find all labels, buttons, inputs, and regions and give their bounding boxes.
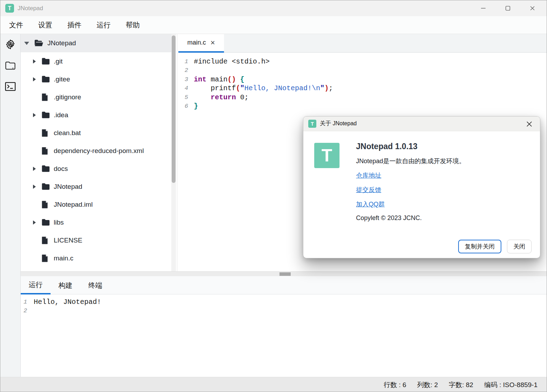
menu-item-file[interactable]: 文件 xyxy=(9,20,23,30)
activity-bar xyxy=(0,34,21,377)
tree-item-docs[interactable]: docs xyxy=(21,160,171,178)
tree-scrollbar-thumb[interactable] xyxy=(172,35,176,183)
caret-right-icon xyxy=(33,113,41,117)
dialog-heading: JNotepad 1.0.13 xyxy=(356,142,465,151)
code-text: printf("Hello, JNotepad!\n"); xyxy=(194,84,333,93)
tree-item-label: .idea xyxy=(54,111,68,119)
settings-button[interactable] xyxy=(5,39,16,50)
run-output-area[interactable]: 1Hello, JNotepad!2 xyxy=(21,294,547,315)
folder-open-icon xyxy=(34,39,44,47)
tree-item-idea[interactable]: .idea xyxy=(21,106,171,124)
dialog-button-close[interactable]: 关闭 xyxy=(507,240,532,253)
caret-right-icon xyxy=(33,220,41,225)
tree-item-label: clean.bat xyxy=(54,129,81,137)
tree-item-gitignore[interactable]: .gitignore xyxy=(21,88,171,106)
tree-item-gitee[interactable]: .gitee xyxy=(21,70,171,88)
output-text: Hello, JNotepad! xyxy=(34,298,101,306)
tree-item-clean-bat[interactable]: clean.bat xyxy=(21,124,171,142)
bottom-panel: 运行构建终端 1Hello, JNotepad!2 xyxy=(21,276,547,377)
output-line-number: 2 xyxy=(21,306,28,315)
folder-icon xyxy=(41,183,52,190)
tree-item-jnotepad[interactable]: JNotepad xyxy=(21,178,171,195)
horizontal-scrollbar-thumb[interactable] xyxy=(279,272,291,276)
dialog-content: JNotepad 1.0.13 JNotepad是一款自由的集成开发环境。 仓库… xyxy=(356,142,465,222)
dialog-link-join-qq-group[interactable]: 加入QQ群 xyxy=(356,200,465,208)
tree-item-dependency-reduced-pom-xml[interactable]: dependency-reduced-pom.xml xyxy=(21,142,171,160)
maximize-button[interactable] xyxy=(495,0,520,16)
status-encoding: 编码 : ISO-8859-1 xyxy=(484,380,538,390)
tree-item-license[interactable]: LICENSE xyxy=(21,231,171,249)
terminal-icon xyxy=(5,82,16,91)
jnotepad-window: { "colors": { "accent": "#1774d4", "bran… xyxy=(0,0,547,392)
tree-editor-divider[interactable] xyxy=(177,34,177,271)
tree-item-git[interactable]: .git xyxy=(21,52,171,70)
file-tree: JNotepad .git.gitee.gitignore.ideaclean.… xyxy=(21,34,171,271)
tree-item-label: .git xyxy=(54,58,62,65)
menu-bar: 文件设置插件运行帮助 xyxy=(0,16,547,34)
editor-tab-bar: main.c × xyxy=(178,34,547,53)
menu-item-plugins[interactable]: 插件 xyxy=(67,20,81,30)
menu-item-help[interactable]: 帮助 xyxy=(126,20,140,30)
tree-item-label: dependency-reduced-pom.xml xyxy=(54,147,144,155)
panel-tab-terminal[interactable]: 终端 xyxy=(80,276,110,294)
tree-item-label: JNotepad.iml xyxy=(54,201,93,208)
horizontal-scrollbar xyxy=(21,271,547,276)
terminal-button[interactable] xyxy=(5,81,16,92)
caret-right-icon xyxy=(33,77,41,81)
file-explorer-button[interactable] xyxy=(5,60,16,71)
tree-root-label: JNotepad xyxy=(47,39,76,47)
dialog-close-button[interactable] xyxy=(524,117,534,131)
tree-item-jnotepad-iml[interactable]: JNotepad.iml xyxy=(21,195,171,213)
code-line: 5 return 0; xyxy=(178,93,547,102)
status-column-count: 列数: 2 xyxy=(417,380,438,390)
maximize-icon xyxy=(505,6,510,11)
tree-item-label: LICENSE xyxy=(54,237,82,244)
line-number: 6 xyxy=(178,102,188,111)
files-folder-icon xyxy=(5,61,16,70)
code-text: #include <stdio.h> xyxy=(194,57,270,66)
file-icon xyxy=(41,129,52,137)
file-icon xyxy=(41,93,52,101)
dialog-links: 仓库地址提交反馈加入QQ群 xyxy=(356,171,465,208)
dialog-description: JNotepad是一款自由的集成开发环境。 xyxy=(356,157,465,165)
file-icon xyxy=(41,236,52,245)
code-line: 2 xyxy=(178,66,547,75)
tree-item-label: libs xyxy=(54,219,64,226)
code-line: 4 printf("Hello, JNotepad!\n"); xyxy=(178,84,547,93)
caret-right-icon xyxy=(33,59,41,64)
tab-main-c[interactable]: main.c × xyxy=(178,34,224,53)
dialog-link-repository[interactable]: 仓库地址 xyxy=(356,171,465,180)
status-bar: 行数 : 6列数: 2字数: 82编码 : ISO-8859-1 xyxy=(0,377,547,392)
tree-item-main-c[interactable]: main.c xyxy=(21,249,171,267)
folder-icon xyxy=(41,75,52,83)
line-number: 3 xyxy=(178,75,188,84)
tree-item-label: main.c xyxy=(54,254,73,262)
dialog-button-copy-and-close[interactable]: 复制并关闭 xyxy=(458,240,501,253)
status-char-count: 字数: 82 xyxy=(449,380,473,390)
tree-item-label: docs xyxy=(54,165,68,173)
dialog-link-feedback[interactable]: 提交反馈 xyxy=(356,186,465,194)
folder-icon xyxy=(41,165,52,172)
tab-label: main.c xyxy=(187,39,206,46)
code-text: } xyxy=(194,102,198,111)
panel-tab-run[interactable]: 运行 xyxy=(21,276,51,294)
code-line: 3int main() { xyxy=(178,75,547,84)
minimize-button[interactable] xyxy=(471,0,495,16)
file-icon xyxy=(41,200,52,209)
tree-item-libs[interactable]: libs xyxy=(21,213,171,231)
menu-item-run[interactable]: 运行 xyxy=(97,20,111,30)
dialog-copyright: Copyleft © 2023 JCNC. xyxy=(356,214,465,222)
tree-item-jnotepad-root[interactable]: JNotepad xyxy=(21,34,171,52)
menu-item-settings[interactable]: 设置 xyxy=(38,20,52,30)
code-line: 1#include <stdio.h> xyxy=(178,57,547,66)
caret-down-icon xyxy=(24,42,29,45)
dialog-logo: T xyxy=(314,143,340,168)
panel-tab-build[interactable]: 构建 xyxy=(51,276,80,294)
dialog-close-icon xyxy=(526,121,532,127)
close-button[interactable] xyxy=(520,0,545,16)
tree-item-label: JNotepad xyxy=(54,183,82,191)
window-controls xyxy=(471,0,545,16)
tree-item-label: .gitee xyxy=(54,75,70,83)
output-line-number: 1 xyxy=(21,298,28,306)
tab-close-icon[interactable]: × xyxy=(211,40,215,46)
